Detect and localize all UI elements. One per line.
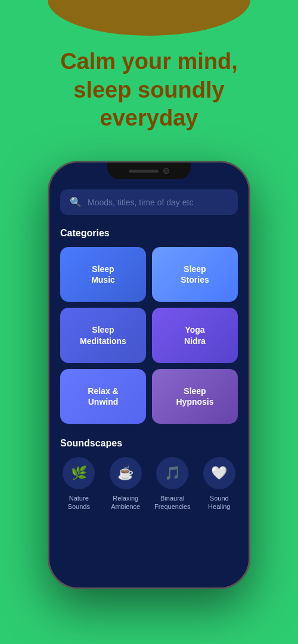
soundscapes-section-title: Soundscapes: [60, 438, 238, 449]
category-yoga-nidra[interactable]: YogaNidra: [152, 308, 238, 362]
soundscape-relaxing-ambience[interactable]: ☕ RelaxingAmbience: [107, 457, 145, 511]
soundscape-binaural[interactable]: 🎵 BinauralFrequencies: [154, 457, 191, 511]
speaker: [129, 170, 159, 173]
hero-title: Calm your mind, sleep soundly everyday: [24, 48, 274, 133]
categories-section-title: Categories: [60, 228, 238, 239]
binaural-label: BinauralFrequencies: [154, 494, 191, 511]
binaural-icon: 🎵: [156, 457, 188, 489]
screen-content: 🔍 Moods, titles, time of day etc Categor…: [49, 162, 249, 587]
front-camera: [163, 168, 169, 174]
search-bar[interactable]: 🔍 Moods, titles, time of day etc: [60, 189, 238, 215]
sound-healing-icon: 🤍: [203, 457, 235, 489]
relaxing-ambience-icon: ☕: [110, 457, 142, 489]
category-sleep-meditations[interactable]: SleepMeditations: [60, 308, 146, 362]
category-sleep-stories[interactable]: SleepStories: [152, 247, 238, 302]
search-icon: 🔍: [70, 196, 82, 208]
sound-healing-label: SoundHealing: [208, 494, 230, 511]
soundscapes-row: 🌿 NatureSounds ☕ RelaxingAmbience 🎵 Bina…: [60, 457, 238, 511]
soundscape-sound-healing[interactable]: 🤍 SoundHealing: [201, 457, 238, 511]
nature-sounds-icon: 🌿: [63, 457, 95, 489]
phone-screen: 🔍 Moods, titles, time of day etc Categor…: [49, 162, 249, 587]
category-sleep-hypnosis[interactable]: SleepHypnosis: [152, 369, 238, 424]
phone-mockup: 🔍 Moods, titles, time of day etc Categor…: [48, 161, 250, 589]
hero-section: Calm your mind, sleep soundly everyday: [0, 48, 298, 133]
category-relax-unwind[interactable]: Relax &Unwind: [60, 369, 146, 424]
search-placeholder: Moods, titles, time of day etc: [88, 198, 193, 207]
categories-grid: SleepMusic SleepStories SleepMeditations…: [60, 247, 238, 424]
relaxing-ambience-label: RelaxingAmbience: [111, 494, 140, 511]
nature-sounds-label: NatureSounds: [68, 494, 90, 511]
category-sleep-music[interactable]: SleepMusic: [60, 247, 146, 302]
phone-notch: [107, 162, 191, 179]
phone-frame: 🔍 Moods, titles, time of day etc Categor…: [48, 161, 250, 589]
soundscape-nature-sounds[interactable]: 🌿 NatureSounds: [60, 457, 98, 511]
